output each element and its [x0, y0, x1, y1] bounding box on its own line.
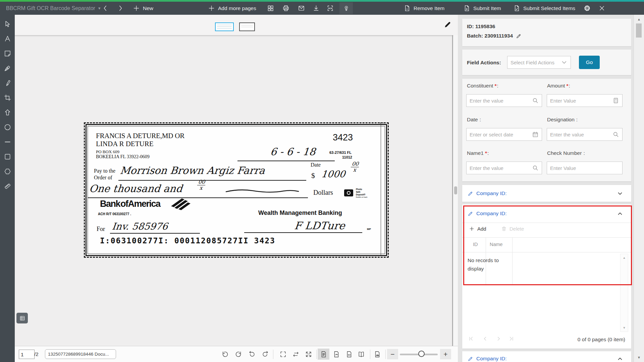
- calculator-icon[interactable]: [612, 97, 619, 104]
- grid-icon: [19, 315, 25, 321]
- zoom-out-button[interactable]: −: [387, 349, 398, 359]
- page-source-view-button[interactable]: [345, 351, 353, 358]
- label-colon: :: [497, 83, 498, 88]
- email-button[interactable]: [298, 2, 305, 15]
- polygon-tool[interactable]: [4, 168, 11, 175]
- edit-batch-pencil-icon[interactable]: [516, 33, 522, 39]
- go-button[interactable]: Go: [579, 56, 600, 69]
- grid-view-button[interactable]: [267, 2, 274, 15]
- panel-scrollbar-thumb[interactable]: [636, 23, 642, 38]
- ellipse-tool[interactable]: [4, 123, 11, 131]
- settings-button[interactable]: [584, 2, 591, 15]
- check-amount-words-handwritten: One thousand and: [89, 183, 183, 194]
- bank-flag-logo-icon: [170, 197, 192, 210]
- search-icon[interactable]: [532, 97, 539, 104]
- two-page-view-button[interactable]: [358, 351, 365, 358]
- grid-scrollbar[interactable]: ▲ ▼: [620, 254, 628, 332]
- select-tool[interactable]: [4, 20, 11, 28]
- pager-prev-button[interactable]: [482, 336, 488, 342]
- canvas-scrollbar[interactable]: [453, 35, 458, 346]
- text-tool[interactable]: [4, 35, 11, 43]
- scanned-check-image[interactable]: FRANCIS A DETURE,MD OR LINDA R DETURE PO…: [86, 124, 387, 256]
- check-date-label: Date: [311, 162, 321, 168]
- single-page-view-button[interactable]: [320, 351, 327, 358]
- highlighter-tool[interactable]: [4, 79, 11, 87]
- crop-tool[interactable]: [4, 94, 11, 102]
- rectangle-tool[interactable]: [4, 153, 11, 161]
- scroll-up-icon[interactable]: ▲: [621, 256, 628, 259]
- print-button[interactable]: [282, 2, 289, 15]
- check-payer-address-line1: PO BOX 609: [96, 149, 119, 155]
- highlight-toggle-button[interactable]: [339, 2, 353, 14]
- field-actions-select[interactable]: Select Field Actions: [507, 56, 571, 69]
- pager-next-button[interactable]: [496, 336, 501, 342]
- image-preview-button[interactable]: [374, 351, 381, 358]
- app-title-dropdown[interactable]: BBCRM Gift OCR Barcode Separator ▾: [6, 2, 100, 15]
- ocr-button[interactable]: OCR: [327, 2, 334, 15]
- remove-item-button[interactable]: Remove Item: [404, 2, 444, 15]
- page-number-input[interactable]: 1: [19, 350, 35, 359]
- page-thumbnail-2[interactable]: [239, 22, 255, 31]
- designation-field[interactable]: Enter the value: [547, 128, 623, 141]
- chevron-up-icon[interactable]: [617, 356, 623, 362]
- document-name-box[interactable]: 132507728689918446 Docu...: [45, 349, 116, 359]
- pen-tool[interactable]: [4, 64, 11, 72]
- redo-button[interactable]: [235, 351, 242, 358]
- submit-selected-items-button[interactable]: Submit Selected Items: [513, 2, 575, 15]
- check-amount-handwritten: 1000: [321, 169, 346, 180]
- scroll-down-icon[interactable]: ▼: [634, 356, 644, 359]
- nav-forward-button[interactable]: [117, 2, 124, 15]
- amount-field[interactable]: Enter Value: [547, 94, 623, 107]
- submit-item-button[interactable]: Submit Item: [463, 2, 501, 15]
- expand-icon: [305, 351, 312, 358]
- add-record-button[interactable]: Add: [469, 226, 486, 232]
- fit-to-screen-button[interactable]: [279, 351, 287, 358]
- close-button[interactable]: [598, 2, 605, 15]
- company-id-section-collapsed[interactable]: Company ID:: [462, 185, 631, 202]
- check-number-field[interactable]: Enter Value: [547, 162, 623, 174]
- amount-fraction-bottom: x: [353, 167, 357, 173]
- scroll-up-icon[interactable]: ▲: [634, 17, 644, 21]
- zoom-slider-thumb[interactable]: [418, 351, 425, 357]
- date-field[interactable]: Enter or select date: [466, 128, 542, 141]
- nav-back-button[interactable]: [102, 2, 109, 15]
- add-more-pages-button[interactable]: Add more pages: [208, 2, 256, 15]
- chevron-down-icon[interactable]: [617, 191, 623, 196]
- fit-width-button[interactable]: [292, 351, 300, 358]
- constituent-field[interactable]: Enter the value: [466, 94, 542, 107]
- name1-field[interactable]: Enter the value: [466, 162, 542, 174]
- search-icon[interactable]: [532, 165, 539, 171]
- page-thumbnail-1-selected[interactable]: [215, 22, 234, 31]
- measure-tool[interactable]: [4, 182, 11, 190]
- check-memo-line: [110, 233, 200, 234]
- toolbar-divider: [273, 350, 273, 359]
- note-tool[interactable]: [4, 50, 11, 57]
- column-header-name[interactable]: Name: [490, 242, 503, 247]
- column-header-id[interactable]: ID: [473, 242, 478, 247]
- delete-record-button-disabled[interactable]: Delete: [501, 226, 524, 232]
- fullscreen-button[interactable]: [305, 351, 312, 358]
- canvas-scrollbar-thumb[interactable]: [454, 186, 457, 194]
- search-icon[interactable]: [612, 131, 619, 138]
- panel-scrollbar[interactable]: ▲ ▼: [634, 15, 644, 362]
- new-button[interactable]: New: [133, 2, 153, 15]
- download-button[interactable]: [313, 2, 320, 15]
- gift-fields-card: Constituent*: Amount*: Enter the value E…: [462, 79, 631, 181]
- line-tool[interactable]: [4, 138, 11, 146]
- undo-button[interactable]: [221, 351, 229, 358]
- chevron-up-icon[interactable]: [617, 211, 623, 217]
- arrow-tool[interactable]: [4, 109, 11, 116]
- amount-placeholder: Enter Value: [550, 98, 612, 104]
- thumbnail-panel-toggle-button[interactable]: [16, 313, 28, 323]
- scroll-down-icon[interactable]: ▼: [621, 326, 628, 329]
- page-transition-view-button[interactable]: [333, 351, 340, 358]
- edit-annotations-button[interactable]: [441, 19, 453, 31]
- company-id-section-partial[interactable]: Company ID:: [462, 351, 631, 362]
- calendar-icon[interactable]: [532, 131, 539, 138]
- rotate-left-button[interactable]: [248, 351, 256, 358]
- pager-status-text: 0 of 0 pages (0 item): [578, 337, 625, 343]
- rotate-right-button[interactable]: [262, 351, 269, 358]
- pager-last-button[interactable]: [508, 336, 514, 342]
- zoom-in-button[interactable]: +: [440, 349, 451, 359]
- pager-first-button[interactable]: [468, 336, 474, 342]
